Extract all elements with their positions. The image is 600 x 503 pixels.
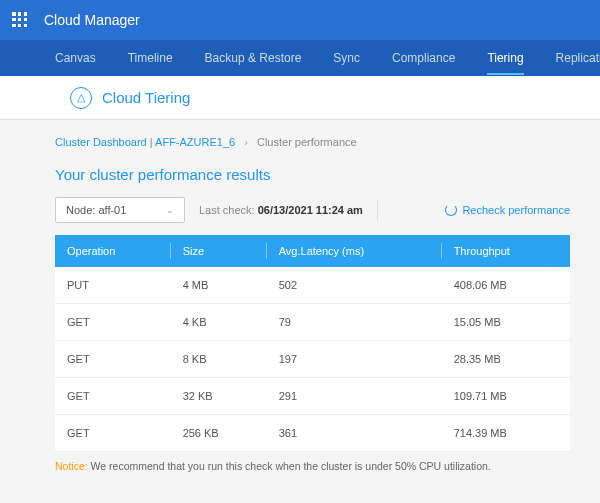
tiering-icon: △ [70, 87, 92, 109]
section-title: Your cluster performance results [55, 166, 570, 183]
breadcrumb-root[interactable]: Cluster Dashboard [55, 136, 147, 148]
page-title: Cloud Tiering [102, 89, 190, 106]
col-header: Avg.Latency (ms) [267, 235, 442, 267]
breadcrumb-current: Cluster performance [257, 136, 357, 148]
refresh-icon [445, 204, 457, 216]
nav-tiering[interactable]: Tiering [487, 51, 523, 75]
breadcrumb-cluster[interactable]: AFF-AZURE1_6 [155, 136, 235, 148]
nav-timeline[interactable]: Timeline [128, 51, 173, 65]
col-header: Operation [55, 235, 171, 267]
table-row: GET8 KB19728.35 MB [55, 341, 570, 378]
navbar: CanvasTimelineBackup & RestoreSyncCompli… [0, 40, 600, 76]
nav-sync[interactable]: Sync [333, 51, 360, 65]
nav-canvas[interactable]: Canvas [55, 51, 96, 65]
col-header: Size [171, 235, 267, 267]
table-row: GET256 KB361714.39 MB [55, 415, 570, 452]
last-check: Last check: 06/13/2021 11:24 am [199, 204, 363, 216]
apps-icon[interactable] [12, 12, 28, 28]
notice: Notice: We recommend that you run this c… [55, 460, 570, 472]
table-row: GET4 KB7915.05 MB [55, 304, 570, 341]
app-title: Cloud Manager [44, 12, 140, 28]
nav-backup-restore[interactable]: Backup & Restore [205, 51, 302, 65]
recheck-button[interactable]: Recheck performance [445, 204, 570, 216]
table-row: GET32 KB291109.71 MB [55, 378, 570, 415]
nav-replication[interactable]: Replication [556, 51, 600, 65]
table-row: PUT4 MB502408.06 MB [55, 267, 570, 304]
performance-table: OperationSizeAvg.Latency (ms)Throughput … [55, 235, 570, 452]
breadcrumb: Cluster Dashboard | AFF-AZURE1_6 › Clust… [55, 136, 570, 148]
nav-compliance[interactable]: Compliance [392, 51, 455, 65]
chevron-down-icon: ⌄ [166, 205, 174, 215]
col-header: Throughput [442, 235, 570, 267]
node-select[interactable]: Node: aff-01 ⌄ [55, 197, 185, 223]
